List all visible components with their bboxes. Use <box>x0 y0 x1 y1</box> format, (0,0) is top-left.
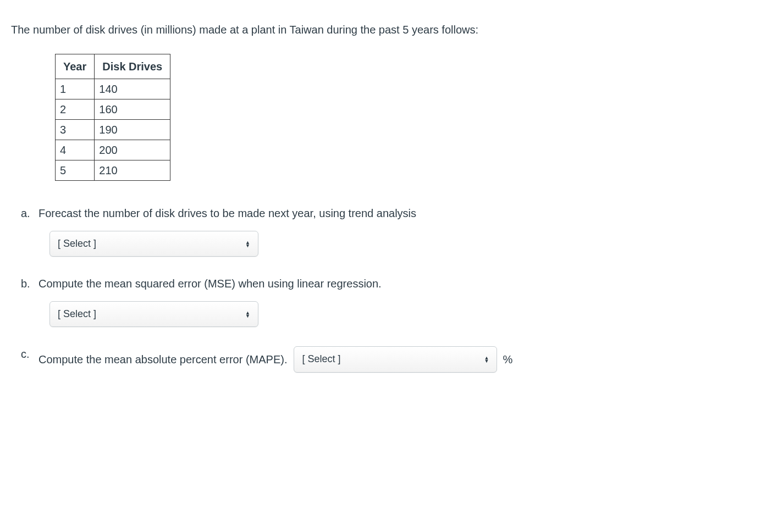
stepper-icon: ▲ ▼ <box>245 241 250 247</box>
question-b: b. Compute the mean squared error (MSE) … <box>22 276 772 327</box>
question-marker: a. <box>21 206 30 221</box>
table-row: 3 190 <box>56 120 170 140</box>
table-cell: 1 <box>56 79 95 99</box>
table-row: 5 210 <box>56 160 170 181</box>
table-cell: 200 <box>95 140 170 160</box>
question-c: c. Compute the mean absolute percent err… <box>22 346 772 372</box>
stepper-icon: ▲ ▼ <box>245 311 250 318</box>
table-cell: 2 <box>56 99 95 120</box>
table-cell: 190 <box>95 120 170 140</box>
intro-text: The number of disk drives (in millions) … <box>11 22 772 37</box>
question-list: a. Forecast the number of disk drives to… <box>11 206 772 373</box>
table-cell: 210 <box>95 160 170 181</box>
table-cell: 4 <box>56 140 95 160</box>
table-cell: 5 <box>56 160 95 181</box>
question-marker: b. <box>21 276 30 291</box>
table-row: 1 140 <box>56 79 170 99</box>
question-c-text: Compute the mean absolute percent error … <box>38 352 287 367</box>
table-header-year: Year <box>56 54 95 79</box>
table-cell: 140 <box>95 79 170 99</box>
data-table: Year Disk Drives 1 140 2 160 3 190 4 200… <box>55 54 170 181</box>
table-row: 2 160 <box>56 99 170 120</box>
question-marker: c. <box>21 346 30 362</box>
table-cell: 3 <box>56 120 95 140</box>
table-cell: 160 <box>95 99 170 120</box>
table-row: 4 200 <box>56 140 170 160</box>
select-dropdown-b[interactable]: [ Select ] ▲ ▼ <box>49 301 258 327</box>
table-header-drives: Disk Drives <box>95 54 170 79</box>
percent-suffix: % <box>503 352 512 367</box>
question-a-text: Forecast the number of disk drives to be… <box>22 206 772 221</box>
select-label: [ Select ] <box>58 237 96 251</box>
select-dropdown-a[interactable]: [ Select ] ▲ ▼ <box>49 231 258 257</box>
stepper-icon: ▲ ▼ <box>484 356 489 363</box>
select-dropdown-c[interactable]: [ Select ] ▲ ▼ <box>294 346 497 372</box>
question-a: a. Forecast the number of disk drives to… <box>22 206 772 257</box>
question-b-text: Compute the mean squared error (MSE) whe… <box>22 276 772 291</box>
select-label: [ Select ] <box>302 352 340 366</box>
select-label: [ Select ] <box>58 307 96 321</box>
